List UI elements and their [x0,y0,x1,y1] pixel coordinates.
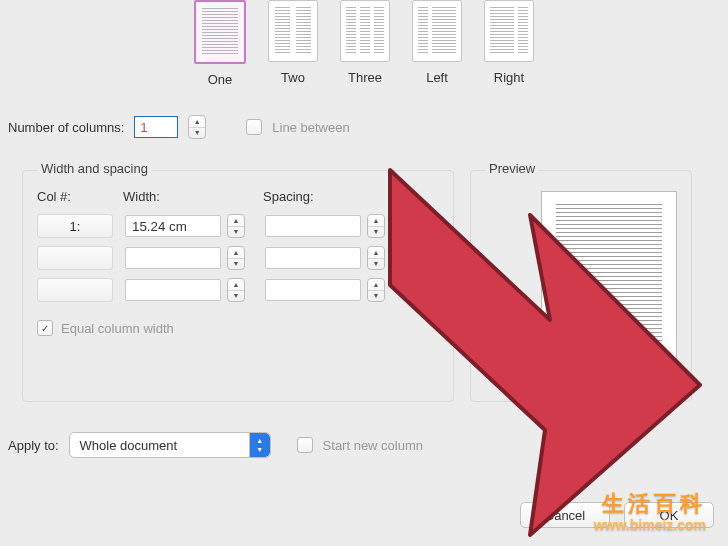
number-of-columns-row: Number of columns: ▲▼ Line between [0,87,728,153]
chevron-down-icon: ▼ [228,259,244,270]
preset-one-label: One [208,72,233,87]
chevron-down-icon: ▼ [368,227,384,238]
chevron-up-icon: ▲ [228,247,244,259]
chevron-up-icon: ▲ [228,215,244,227]
preset-two-label: Two [281,70,305,85]
preset-right-label: Right [494,70,524,85]
preview-legend: Preview [485,161,539,176]
preset-two[interactable]: Two [268,0,318,87]
width-input-3 [125,279,221,301]
preset-one-thumb [194,0,246,64]
apply-to-row: Apply to: Whole document ▲▼ Start new co… [8,432,423,458]
preview-group: Preview [470,170,692,402]
number-of-columns-label: Number of columns: [8,120,124,135]
width-stepper-2: ▲▼ [227,246,245,270]
width-input-2 [125,247,221,269]
chevron-down-icon: ▼ [189,128,205,139]
width-spacing-group: Width and spacing Col #: Width: Spacing:… [22,170,454,402]
column-presets: One Two Three Left [0,0,728,87]
col-number-1: 1: [37,214,113,238]
preset-three[interactable]: Three [340,0,390,87]
spacing-stepper-3: ▲▼ [367,278,385,302]
ws-headers: Col #: Width: Spacing: [23,171,453,210]
spacing-stepper-2: ▲▼ [367,246,385,270]
spacing-input-1[interactable] [265,215,361,237]
width-stepper-1[interactable]: ▲▼ [227,214,245,238]
preset-one[interactable]: One [194,0,246,87]
watermark: 生活百科 www.bimeiz.com [594,491,706,534]
equal-width-row: Equal column width [23,306,453,336]
spacing-stepper-1[interactable]: ▲▼ [367,214,385,238]
preview-page [541,191,677,377]
width-input-1[interactable] [125,215,221,237]
preset-left-thumb [412,0,462,62]
width-stepper-3: ▲▼ [227,278,245,302]
chevron-down-icon: ▼ [228,291,244,302]
chevron-up-icon: ▲ [368,247,384,259]
number-of-columns-input[interactable] [134,116,178,138]
col-number-3 [37,278,113,302]
chevron-down-icon: ▼ [368,291,384,302]
chevron-up-icon: ▲ [368,279,384,291]
start-new-column-label: Start new column [323,438,423,453]
select-caps-icon: ▲▼ [249,433,270,457]
watermark-title: 生活百科 [594,491,706,517]
spacing-header: Spacing: [263,189,403,204]
preset-three-label: Three [348,70,382,85]
line-between-label: Line between [272,120,349,135]
chevron-down-icon: ▼ [228,227,244,238]
apply-to-value: Whole document [80,438,178,453]
preset-left-label: Left [426,70,448,85]
line-between-checkbox[interactable] [246,119,262,135]
col-number-2 [37,246,113,270]
columns-dialog: One Two Three Left [0,0,728,546]
equal-width-checkbox[interactable] [37,320,53,336]
ws-row: 1: ▲▼ ▲▼ [23,210,453,242]
preset-three-thumb [340,0,390,62]
width-header: Width: [123,189,263,204]
preset-right[interactable]: Right [484,0,534,87]
apply-to-select[interactable]: Whole document ▲▼ [69,432,271,458]
chevron-down-icon: ▼ [368,259,384,270]
spacing-input-2 [265,247,361,269]
start-new-column-checkbox[interactable] [297,437,313,453]
ws-row: ▲▼ ▲▼ [23,242,453,274]
ws-row: ▲▼ ▲▼ [23,274,453,306]
col-header: Col #: [37,189,123,204]
preset-left[interactable]: Left [412,0,462,87]
equal-width-label: Equal column width [61,321,174,336]
preset-two-thumb [268,0,318,62]
spacing-input-3 [265,279,361,301]
chevron-up-icon: ▲ [189,116,205,128]
apply-to-label: Apply to: [8,438,59,453]
preview-lines [556,204,662,362]
preset-right-thumb [484,0,534,62]
number-of-columns-stepper[interactable]: ▲▼ [188,115,206,139]
width-spacing-legend: Width and spacing [37,161,152,176]
chevron-up-icon: ▲ [228,279,244,291]
chevron-up-icon: ▲ [368,215,384,227]
watermark-url: www.bimeiz.com [594,517,706,534]
outer-frame: One Two Three Left [0,0,728,546]
